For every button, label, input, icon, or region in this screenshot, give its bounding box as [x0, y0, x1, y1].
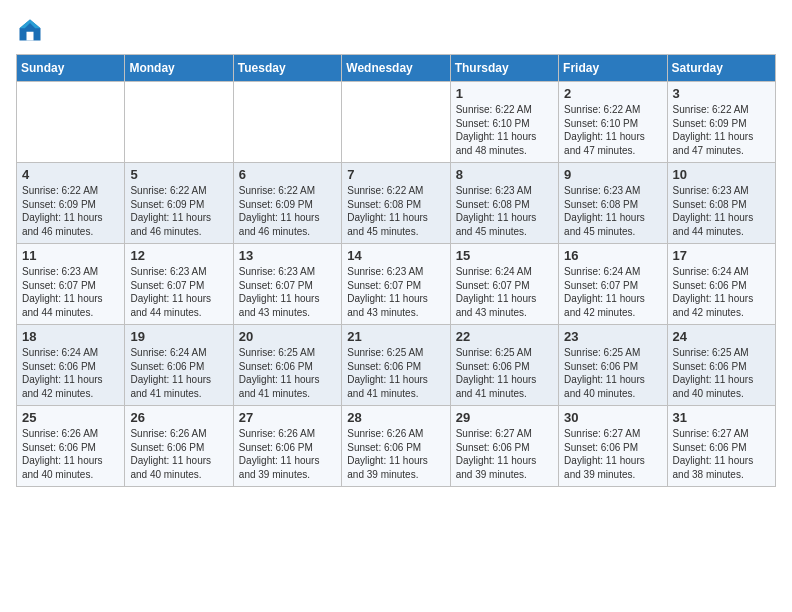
day-number: 7 — [347, 167, 444, 182]
day-cell: 21Sunrise: 6:25 AM Sunset: 6:06 PM Dayli… — [342, 325, 450, 406]
day-details: Sunrise: 6:26 AM Sunset: 6:06 PM Dayligh… — [130, 427, 227, 481]
day-number: 21 — [347, 329, 444, 344]
day-number: 4 — [22, 167, 119, 182]
logo-icon — [16, 16, 44, 44]
day-number: 28 — [347, 410, 444, 425]
day-cell: 23Sunrise: 6:25 AM Sunset: 6:06 PM Dayli… — [559, 325, 667, 406]
day-details: Sunrise: 6:25 AM Sunset: 6:06 PM Dayligh… — [673, 346, 770, 400]
day-cell: 7Sunrise: 6:22 AM Sunset: 6:08 PM Daylig… — [342, 163, 450, 244]
day-details: Sunrise: 6:23 AM Sunset: 6:07 PM Dayligh… — [22, 265, 119, 319]
day-number: 29 — [456, 410, 553, 425]
day-cell: 31Sunrise: 6:27 AM Sunset: 6:06 PM Dayli… — [667, 406, 775, 487]
day-number: 23 — [564, 329, 661, 344]
day-number: 31 — [673, 410, 770, 425]
svg-rect-2 — [27, 32, 34, 41]
day-number: 20 — [239, 329, 336, 344]
col-header-monday: Monday — [125, 55, 233, 82]
day-details: Sunrise: 6:24 AM Sunset: 6:06 PM Dayligh… — [673, 265, 770, 319]
day-number: 14 — [347, 248, 444, 263]
day-number: 13 — [239, 248, 336, 263]
day-details: Sunrise: 6:23 AM Sunset: 6:08 PM Dayligh… — [673, 184, 770, 238]
day-cell — [125, 82, 233, 163]
day-number: 9 — [564, 167, 661, 182]
page-container: SundayMondayTuesdayWednesdayThursdayFrid… — [0, 0, 792, 499]
col-header-thursday: Thursday — [450, 55, 558, 82]
day-details: Sunrise: 6:24 AM Sunset: 6:07 PM Dayligh… — [564, 265, 661, 319]
day-cell: 13Sunrise: 6:23 AM Sunset: 6:07 PM Dayli… — [233, 244, 341, 325]
day-cell: 12Sunrise: 6:23 AM Sunset: 6:07 PM Dayli… — [125, 244, 233, 325]
day-cell: 1Sunrise: 6:22 AM Sunset: 6:10 PM Daylig… — [450, 82, 558, 163]
day-cell: 19Sunrise: 6:24 AM Sunset: 6:06 PM Dayli… — [125, 325, 233, 406]
day-number: 16 — [564, 248, 661, 263]
week-row-2: 4Sunrise: 6:22 AM Sunset: 6:09 PM Daylig… — [17, 163, 776, 244]
day-details: Sunrise: 6:25 AM Sunset: 6:06 PM Dayligh… — [347, 346, 444, 400]
day-number: 5 — [130, 167, 227, 182]
day-number: 12 — [130, 248, 227, 263]
day-details: Sunrise: 6:22 AM Sunset: 6:08 PM Dayligh… — [347, 184, 444, 238]
day-cell: 25Sunrise: 6:26 AM Sunset: 6:06 PM Dayli… — [17, 406, 125, 487]
day-cell — [17, 82, 125, 163]
day-cell: 5Sunrise: 6:22 AM Sunset: 6:09 PM Daylig… — [125, 163, 233, 244]
week-row-5: 25Sunrise: 6:26 AM Sunset: 6:06 PM Dayli… — [17, 406, 776, 487]
day-details: Sunrise: 6:22 AM Sunset: 6:09 PM Dayligh… — [673, 103, 770, 157]
day-cell: 18Sunrise: 6:24 AM Sunset: 6:06 PM Dayli… — [17, 325, 125, 406]
day-details: Sunrise: 6:26 AM Sunset: 6:06 PM Dayligh… — [239, 427, 336, 481]
col-header-saturday: Saturday — [667, 55, 775, 82]
day-cell: 2Sunrise: 6:22 AM Sunset: 6:10 PM Daylig… — [559, 82, 667, 163]
day-cell: 15Sunrise: 6:24 AM Sunset: 6:07 PM Dayli… — [450, 244, 558, 325]
day-number: 24 — [673, 329, 770, 344]
day-number: 26 — [130, 410, 227, 425]
day-number: 10 — [673, 167, 770, 182]
day-details: Sunrise: 6:23 AM Sunset: 6:07 PM Dayligh… — [130, 265, 227, 319]
day-details: Sunrise: 6:22 AM Sunset: 6:09 PM Dayligh… — [130, 184, 227, 238]
day-details: Sunrise: 6:26 AM Sunset: 6:06 PM Dayligh… — [22, 427, 119, 481]
week-row-4: 18Sunrise: 6:24 AM Sunset: 6:06 PM Dayli… — [17, 325, 776, 406]
day-number: 19 — [130, 329, 227, 344]
day-number: 18 — [22, 329, 119, 344]
day-number: 15 — [456, 248, 553, 263]
day-cell: 11Sunrise: 6:23 AM Sunset: 6:07 PM Dayli… — [17, 244, 125, 325]
day-details: Sunrise: 6:22 AM Sunset: 6:09 PM Dayligh… — [239, 184, 336, 238]
day-cell: 10Sunrise: 6:23 AM Sunset: 6:08 PM Dayli… — [667, 163, 775, 244]
day-details: Sunrise: 6:24 AM Sunset: 6:07 PM Dayligh… — [456, 265, 553, 319]
day-cell: 30Sunrise: 6:27 AM Sunset: 6:06 PM Dayli… — [559, 406, 667, 487]
day-details: Sunrise: 6:27 AM Sunset: 6:06 PM Dayligh… — [456, 427, 553, 481]
day-details: Sunrise: 6:22 AM Sunset: 6:10 PM Dayligh… — [564, 103, 661, 157]
day-cell: 27Sunrise: 6:26 AM Sunset: 6:06 PM Dayli… — [233, 406, 341, 487]
col-header-sunday: Sunday — [17, 55, 125, 82]
day-cell: 17Sunrise: 6:24 AM Sunset: 6:06 PM Dayli… — [667, 244, 775, 325]
header-row: SundayMondayTuesdayWednesdayThursdayFrid… — [17, 55, 776, 82]
day-details: Sunrise: 6:23 AM Sunset: 6:07 PM Dayligh… — [347, 265, 444, 319]
day-number: 22 — [456, 329, 553, 344]
day-number: 1 — [456, 86, 553, 101]
day-details: Sunrise: 6:23 AM Sunset: 6:07 PM Dayligh… — [239, 265, 336, 319]
day-cell: 14Sunrise: 6:23 AM Sunset: 6:07 PM Dayli… — [342, 244, 450, 325]
day-number: 27 — [239, 410, 336, 425]
day-number: 2 — [564, 86, 661, 101]
day-number: 6 — [239, 167, 336, 182]
week-row-3: 11Sunrise: 6:23 AM Sunset: 6:07 PM Dayli… — [17, 244, 776, 325]
day-details: Sunrise: 6:23 AM Sunset: 6:08 PM Dayligh… — [564, 184, 661, 238]
logo — [16, 16, 48, 44]
day-cell: 29Sunrise: 6:27 AM Sunset: 6:06 PM Dayli… — [450, 406, 558, 487]
day-details: Sunrise: 6:22 AM Sunset: 6:09 PM Dayligh… — [22, 184, 119, 238]
day-cell: 6Sunrise: 6:22 AM Sunset: 6:09 PM Daylig… — [233, 163, 341, 244]
day-number: 3 — [673, 86, 770, 101]
day-cell: 4Sunrise: 6:22 AM Sunset: 6:09 PM Daylig… — [17, 163, 125, 244]
col-header-wednesday: Wednesday — [342, 55, 450, 82]
day-details: Sunrise: 6:24 AM Sunset: 6:06 PM Dayligh… — [22, 346, 119, 400]
day-number: 25 — [22, 410, 119, 425]
day-cell: 9Sunrise: 6:23 AM Sunset: 6:08 PM Daylig… — [559, 163, 667, 244]
day-cell: 20Sunrise: 6:25 AM Sunset: 6:06 PM Dayli… — [233, 325, 341, 406]
day-cell: 3Sunrise: 6:22 AM Sunset: 6:09 PM Daylig… — [667, 82, 775, 163]
day-details: Sunrise: 6:25 AM Sunset: 6:06 PM Dayligh… — [456, 346, 553, 400]
day-number: 11 — [22, 248, 119, 263]
day-details: Sunrise: 6:26 AM Sunset: 6:06 PM Dayligh… — [347, 427, 444, 481]
day-cell — [233, 82, 341, 163]
day-cell: 8Sunrise: 6:23 AM Sunset: 6:08 PM Daylig… — [450, 163, 558, 244]
day-cell: 26Sunrise: 6:26 AM Sunset: 6:06 PM Dayli… — [125, 406, 233, 487]
day-number: 30 — [564, 410, 661, 425]
day-details: Sunrise: 6:25 AM Sunset: 6:06 PM Dayligh… — [564, 346, 661, 400]
day-number: 17 — [673, 248, 770, 263]
day-cell: 22Sunrise: 6:25 AM Sunset: 6:06 PM Dayli… — [450, 325, 558, 406]
